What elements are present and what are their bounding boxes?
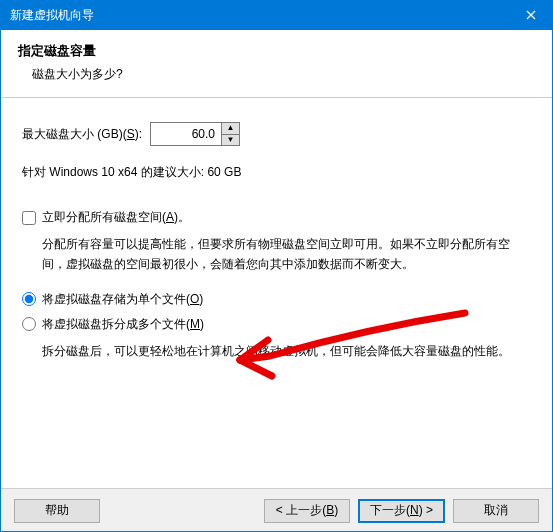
disk-size-input[interactable] [151,123,221,145]
single-file-radio[interactable] [22,292,36,306]
help-button[interactable]: 帮助 [14,499,100,523]
page-title: 指定磁盘容量 [18,42,535,60]
allocate-now-label: 立即分配所有磁盘空间(A)。 [42,209,190,226]
multi-file-radio[interactable] [22,317,36,331]
allocate-now-desc: 分配所有容量可以提高性能，但要求所有物理磁盘空间立即可用。如果不立即分配所有空间… [22,234,531,275]
multi-file-row: 将虚拟磁盘拆分成多个文件(M) [22,316,531,333]
single-file-row: 将虚拟磁盘存储为单个文件(O) [22,291,531,308]
close-button[interactable] [508,0,553,30]
wizard-content: 最大磁盘大小 (GB)(S): ▲ ▼ 针对 Windows 10 x64 的建… [0,98,553,387]
spinner-down-button[interactable]: ▼ [222,135,239,146]
wizard-footer: 帮助 < 上一步(B) 下一步(N) > 取消 [0,488,553,532]
allocate-now-checkbox[interactable] [22,211,36,225]
cancel-button[interactable]: 取消 [453,499,539,523]
single-file-label: 将虚拟磁盘存储为单个文件(O) [42,291,203,308]
multi-file-label: 将虚拟磁盘拆分成多个文件(M) [42,316,204,333]
disk-size-row: 最大磁盘大小 (GB)(S): ▲ ▼ [22,122,531,146]
recommended-size-text: 针对 Windows 10 x64 的建议大小: 60 GB [22,164,531,181]
wizard-header: 指定磁盘容量 磁盘大小为多少? [0,30,553,98]
next-button[interactable]: 下一步(N) > [358,499,445,523]
disk-size-label: 最大磁盘大小 (GB)(S): [22,126,142,143]
multi-file-desc: 拆分磁盘后，可以更轻松地在计算机之间移动虚拟机，但可能会降低大容量磁盘的性能。 [22,341,531,361]
back-button[interactable]: < 上一步(B) [264,499,350,523]
allocate-now-row: 立即分配所有磁盘空间(A)。 [22,209,531,226]
close-icon [526,10,536,20]
disk-size-spinner[interactable]: ▲ ▼ [150,122,240,146]
window-title: 新建虚拟机向导 [10,7,94,24]
page-subtitle: 磁盘大小为多少? [18,66,535,83]
titlebar: 新建虚拟机向导 [0,0,553,30]
spinner-up-button[interactable]: ▲ [222,123,239,135]
